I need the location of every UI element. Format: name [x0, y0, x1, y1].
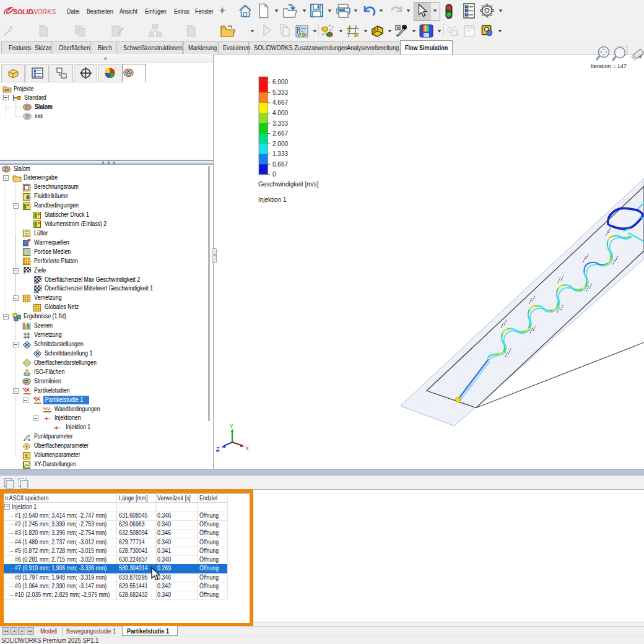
svg-text:1.333: 1.333 — [272, 150, 288, 157]
svg-text:2.000: 2.000 — [272, 141, 288, 147]
svg-text:4.667: 4.667 — [272, 99, 288, 106]
svg-text:2.667: 2.667 — [272, 130, 288, 137]
svg-text:Z: Z — [216, 446, 220, 452]
svg-text:SOLID: SOLID — [13, 8, 33, 15]
svg-text:X: X — [245, 445, 249, 451]
svg-text:3.333: 3.333 — [272, 120, 288, 127]
svg-text:6.000: 6.000 — [272, 79, 288, 85]
svg-text:WORKS: WORKS — [32, 8, 56, 15]
svg-text:Y: Y — [230, 423, 233, 429]
svg-text:0.667: 0.667 — [272, 161, 288, 168]
svg-text:4.000: 4.000 — [272, 110, 288, 116]
svg-text:5.333: 5.333 — [272, 89, 288, 96]
svg-text:0: 0 — [272, 171, 276, 177]
svg-text:Σ: Σ — [25, 453, 28, 459]
